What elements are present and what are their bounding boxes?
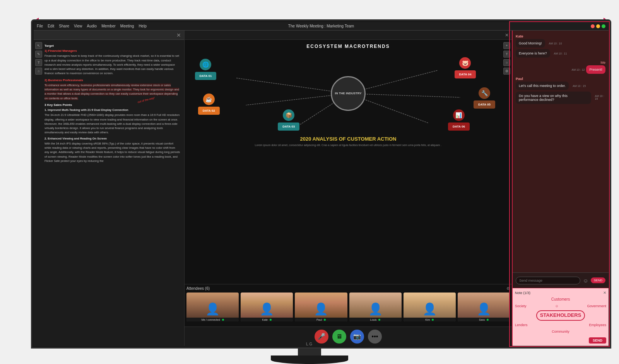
stand-neck — [298, 349, 321, 355]
note-smiley: ☺ — [555, 303, 558, 309]
menu-meeting[interactable]: Meeting — [120, 24, 134, 28]
menu-view[interactable]: View — [74, 24, 82, 28]
note-customers: Customers — [515, 296, 606, 303]
note-close-button[interactable]: ✕ — [603, 291, 606, 295]
attendee-photo-kim: 👤 — [404, 293, 456, 318]
chat-input-area: ☺ SEND — [513, 272, 609, 288]
emoji-icon[interactable]: ☺ — [583, 277, 588, 284]
more-options-button[interactable]: ••• — [368, 330, 382, 344]
window-controls — [591, 24, 605, 28]
close-button[interactable] — [591, 24, 595, 28]
note-row-4: Lenders Employees — [515, 322, 606, 328]
data-label-03: DATA 03 — [278, 122, 299, 131]
chat-bubble-4: Let's call this meeting to order. — [516, 82, 569, 90]
chat-sender-me: Me — [516, 61, 605, 65]
chat-bubble-5: Do you have a view on why this performan… — [516, 92, 591, 104]
menu-help[interactable]: Help — [139, 24, 147, 28]
doc-section-2-wrapper: 2) Business Professionals To enhance wor… — [44, 78, 180, 100]
attendee-photo-me: 👤 — [186, 293, 239, 318]
mic-button[interactable]: 🎤 — [315, 330, 328, 344]
attendee-card-me: 👤 Me / connected — [186, 293, 239, 321]
attendee-card-sara: 👤 Sara — [458, 293, 510, 321]
slide-title: ECOSYSTEM MACROTRENDS — [306, 44, 390, 49]
tool-shape[interactable]: ○ — [35, 68, 42, 75]
data-icon-03: 📦 — [283, 109, 294, 121]
data-label-05: DATA 05 — [474, 100, 495, 109]
chat-group-kate: Kate Good Morning! AM 10 : 10 Everyone i… — [516, 34, 605, 58]
chat-message-input[interactable] — [516, 277, 580, 284]
screen-icon: 🖥 — [336, 333, 342, 340]
note-header: Note (1/3) ✕ — [515, 291, 606, 295]
document-panel-header: ✕ — [34, 31, 184, 40]
camera-button[interactable]: 📷 — [350, 330, 364, 344]
menu-share[interactable]: Share — [59, 24, 69, 28]
data-icon-05: 🔧 — [479, 87, 490, 99]
monitor-screen: File Edit Share View Audio Member Meetin… — [34, 22, 609, 346]
lorem-text: Lorem ipsum dolor sit amet, consectetur … — [247, 144, 449, 146]
document-content: Target 1) Financial Managers Financial m… — [34, 40, 184, 168]
tool-draw[interactable]: ✎ — [35, 51, 42, 58]
slide-area: ECOSYSTEM MACROTRENDS — [185, 40, 512, 327]
tool-cursor[interactable]: ↖ — [35, 42, 42, 49]
screen-share-button[interactable]: 🖥 — [332, 330, 346, 344]
attendee-card-kim: 👤 Kim — [404, 293, 456, 321]
data-node-06: 📊 DATA 06 — [448, 109, 470, 131]
analysis-title: 2020 ANALYSIS OF CUSTOMER ACTION — [300, 136, 397, 142]
monitor: File Edit Share View Audio Member Meetin… — [31, 19, 611, 349]
document-panel: ✕ ↖ ✎ T ○ Target 1) Financial Managers F… — [34, 31, 185, 346]
presentation-close-button[interactable]: ✕ — [505, 32, 509, 38]
attendee-name-louis: Louis — [349, 318, 402, 321]
chat-send-button[interactable]: SEND — [591, 277, 605, 283]
chat-bubble-1: Good Morning! — [516, 39, 545, 48]
menu-edit[interactable]: Edit — [48, 24, 54, 28]
attendee-name-kate: Kate — [241, 318, 293, 321]
chat-bubble-present: Present! — [586, 65, 605, 74]
doc-section-2: 2) Business Professionals — [44, 78, 180, 82]
chat-time-2: AM 10 : 11 — [554, 52, 567, 55]
data-icon-04: 🐷 — [459, 57, 471, 69]
menu-file[interactable]: File — [37, 24, 43, 28]
data-label-01: DATA 01 — [195, 72, 217, 80]
data-icon-01: 🌐 — [200, 59, 211, 70]
data-node-03: 📦 DATA 03 — [278, 109, 299, 131]
minimize-button[interactable] — [596, 24, 600, 28]
attendee-card-kate: 👤 Kate — [241, 293, 293, 321]
slide-tool-1[interactable]: + — [503, 42, 510, 49]
note-panel: Note (1/3) ✕ Customers Society ☺ Governm… — [513, 288, 609, 346]
document-tools: ↖ ✎ T ○ — [35, 42, 42, 75]
tool-text[interactable]: T — [35, 59, 42, 66]
note-content: Customers Society ☺ Government STAKEHOLD… — [515, 296, 606, 334]
maximize-button[interactable] — [602, 24, 605, 28]
doc-section-3: 3 Key Sales Points — [44, 103, 180, 107]
center-text: IN THE INDUSTRY — [335, 92, 361, 95]
data-icon-06: 📊 — [453, 109, 465, 121]
document-close-button[interactable]: ✕ — [176, 32, 181, 38]
chat-time-5: AM 10 : 16 — [595, 95, 605, 100]
data-label-06: DATA 06 — [448, 122, 470, 131]
data-node-02: ☕ DATA 02 — [198, 94, 220, 115]
attendee-photo-sara: 👤 — [458, 293, 510, 318]
note-stakeholders: STAKEHOLDERS — [515, 310, 606, 321]
data-node-05: 🔧 DATA 05 — [474, 87, 495, 109]
attendee-card-paul: 👤 Paul — [295, 293, 347, 321]
attendee-name-sara: Sara — [458, 318, 510, 321]
chat-bubble-2: Everyone is here? — [516, 49, 550, 58]
more-icon: ••• — [372, 333, 378, 340]
note-send-button[interactable]: SEND — [589, 337, 606, 344]
note-row-2: Society ☺ Government — [515, 303, 606, 309]
data-node-04: 🐷 DATA 04 — [455, 57, 476, 78]
attendees-grid: 👤 Me / connected 👤 — [186, 293, 510, 321]
attendee-card-louis: 👤 Louis — [349, 293, 402, 321]
attendee-name-me: Me / connected — [186, 318, 239, 321]
window-title: The Weekly Meeting : Marketing Team — [288, 24, 354, 28]
attendees-settings-icon[interactable]: ⚙ — [506, 286, 510, 291]
status-dot-paul — [324, 319, 326, 321]
menu-audio[interactable]: Audio — [87, 24, 97, 28]
attendees-panel: Attendees (6) ⚙ 👤 Me / connected — [185, 284, 512, 327]
chat-time-3: AM 10 : 12 — [572, 68, 585, 71]
attendees-header: Attendees (6) ⚙ — [186, 286, 510, 291]
note-government: Government — [587, 303, 606, 309]
doc-title: Target — [44, 44, 180, 48]
chat-group-me: Me AM 10 : 12 Present! — [516, 61, 605, 74]
menu-member[interactable]: Member — [101, 24, 116, 28]
